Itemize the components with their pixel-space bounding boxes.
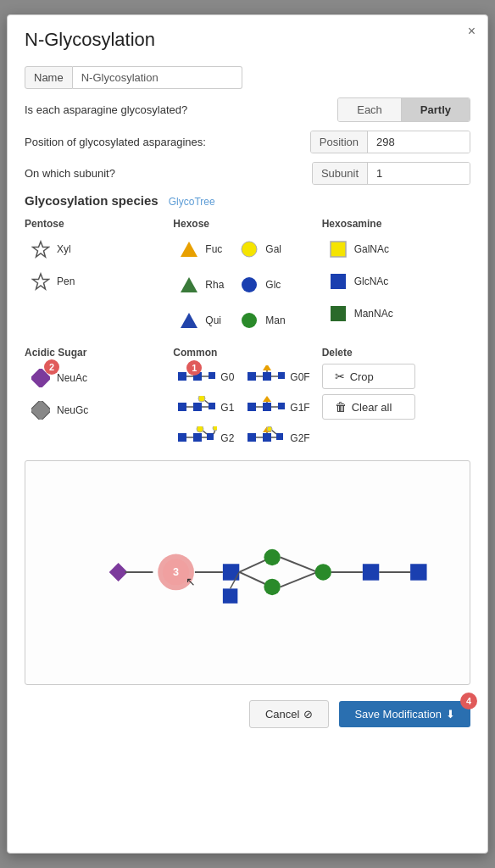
partly-button[interactable]: Partly: [402, 98, 470, 121]
glycotree-link[interactable]: GlycoTree: [169, 196, 215, 208]
svg-rect-8: [331, 242, 346, 257]
fuc-item[interactable]: Fuc: [173, 235, 228, 264]
svg-rect-73: [363, 564, 379, 580]
svg-point-45: [197, 426, 203, 432]
pen-item[interactable]: Pen: [25, 267, 164, 296]
g0f-icon: [246, 365, 286, 389]
delete-col: Delete ✂ Crop 🗑 Clear all: [322, 347, 470, 425]
g1f-item[interactable]: G1F: [242, 394, 313, 421]
svg-rect-34: [263, 403, 271, 411]
svg-text:↖: ↖: [186, 576, 196, 588]
g2-item[interactable]: G2: [173, 425, 239, 452]
svg-rect-18: [248, 372, 256, 381]
mannac-label: ManNAc: [354, 308, 393, 320]
glc-icon: [237, 273, 261, 297]
svg-line-70: [281, 572, 318, 587]
svg-marker-36: [263, 396, 271, 402]
g2-icon: [176, 426, 217, 450]
g2f-item[interactable]: G2F: [242, 425, 313, 452]
save-label: Save Modification: [354, 708, 442, 721]
pentose-col: Pentose Xyl Pen: [25, 218, 173, 338]
man-item[interactable]: Man: [233, 306, 289, 335]
glc-label: Glc: [265, 279, 281, 291]
glcnac-item[interactable]: GlcNAc: [322, 267, 462, 296]
svg-point-7: [242, 313, 257, 328]
glycan-canvas[interactable]: 3 ↖: [25, 461, 470, 682]
close-button[interactable]: ×: [468, 24, 476, 39]
neuac-icon: 2: [29, 366, 53, 390]
svg-rect-9: [331, 274, 346, 289]
position-field-label: Position: [311, 131, 368, 153]
common-col: Common G0 1: [173, 347, 321, 452]
name-label: Name: [25, 66, 73, 89]
asparagine-row: Is each asparagine glycosylated? Each Pa…: [25, 97, 470, 122]
svg-point-6: [242, 277, 257, 292]
svg-rect-39: [178, 433, 186, 442]
fuc-icon: [177, 237, 201, 261]
svg-rect-38: [278, 403, 285, 409]
subunit-input[interactable]: [368, 163, 470, 184]
svg-rect-43: [207, 433, 214, 440]
nglyco-dialog: × N-Glycosylation Name Is each asparagin…: [7, 14, 488, 854]
mannac-icon: [326, 302, 350, 326]
hexose-col: Hexose Fuc Rha: [173, 218, 321, 338]
cancel-label: Cancel: [265, 708, 299, 721]
species-grid-2: Acidic Sugar 2 NeuAc NeuGc Common: [25, 347, 470, 452]
crop-button[interactable]: ✂ Crop: [322, 364, 415, 389]
dialog-title: N-Glycosylation: [25, 29, 470, 51]
svg-marker-2: [181, 242, 197, 257]
glcnac-label: GlcNAc: [354, 275, 389, 287]
position-label: Position of glycosylated asparagines:: [25, 136, 206, 148]
svg-rect-54: [276, 433, 283, 440]
gal-label: Gal: [265, 243, 281, 255]
glc-item[interactable]: Glc: [233, 270, 289, 299]
svg-marker-22: [263, 365, 271, 370]
pen-label: Pen: [57, 275, 75, 287]
hexosamine-col: Hexosamine GalNAc GlcNAc ManNAc: [322, 218, 470, 338]
cancel-icon: ⊘: [303, 708, 313, 721]
name-input[interactable]: [73, 66, 242, 89]
svg-point-71: [315, 564, 331, 580]
rha-label: Rha: [205, 279, 224, 291]
svg-rect-29: [209, 403, 215, 409]
hexose-title: Hexose: [173, 218, 313, 230]
xyl-icon: [29, 237, 53, 261]
crop-icon: ✂: [335, 370, 345, 383]
fuc-label: Fuc: [205, 243, 222, 255]
g0f-item[interactable]: G0F: [242, 364, 313, 391]
neugc-icon: [29, 398, 53, 422]
svg-marker-3: [181, 277, 197, 292]
delete-title: Delete: [322, 347, 462, 359]
galnac-label: GalNAc: [354, 243, 389, 255]
neugc-item[interactable]: NeuGc: [25, 396, 164, 425]
position-input[interactable]: [368, 131, 470, 153]
svg-rect-32: [248, 403, 256, 411]
qui-item[interactable]: Qui: [173, 306, 228, 335]
trash-icon: 🗑: [335, 400, 347, 414]
svg-point-31: [198, 396, 205, 402]
mannac-item[interactable]: ManNAc: [322, 299, 462, 328]
g0-item[interactable]: G0 1: [173, 364, 239, 391]
g1-item[interactable]: G1: [173, 394, 239, 421]
each-button[interactable]: Each: [338, 98, 402, 121]
cancel-button[interactable]: Cancel ⊘: [249, 700, 329, 728]
common-title: Common: [173, 347, 313, 359]
species-section-title: Glycosylation species GlycoTree: [25, 193, 470, 208]
svg-marker-0: [33, 242, 49, 257]
svg-marker-1: [33, 274, 49, 289]
pen-icon: [29, 270, 53, 293]
svg-point-5: [242, 242, 257, 257]
save-button[interactable]: Save Modification ⬇ 4: [339, 701, 470, 727]
galnac-item[interactable]: GalNAc: [322, 235, 462, 264]
svg-rect-10: [331, 306, 346, 321]
footer: Cancel ⊘ Save Modification ⬇ 4: [25, 700, 470, 728]
clear-all-button[interactable]: 🗑 Clear all: [322, 394, 415, 420]
acidic-sugar-col: Acidic Sugar 2 NeuAc NeuGc: [25, 347, 173, 428]
man-label: Man: [265, 314, 285, 326]
xyl-item[interactable]: Xyl: [25, 235, 164, 264]
subunit-field-label: Subunit: [313, 163, 368, 184]
save-badge: 4: [460, 693, 477, 709]
neuac-item[interactable]: 2 NeuAc: [25, 364, 164, 392]
rha-item[interactable]: Rha: [173, 270, 228, 299]
gal-item[interactable]: Gal: [233, 235, 289, 264]
